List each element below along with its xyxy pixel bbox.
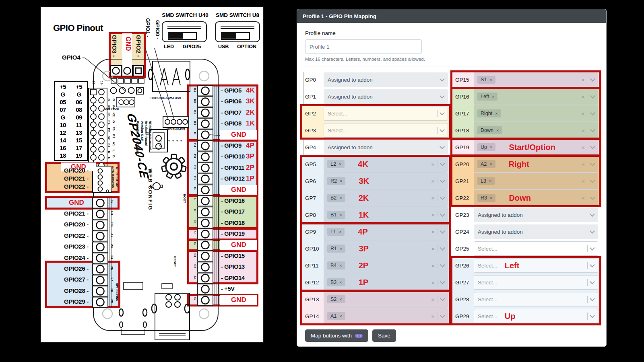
chevron-down-icon[interactable] xyxy=(440,296,445,301)
chevron-down-icon[interactable] xyxy=(440,195,445,200)
pin-select[interactable]: Select...Left xyxy=(474,258,598,273)
chip-remove-icon[interactable]: × xyxy=(339,212,342,217)
chevron-down-icon[interactable] xyxy=(440,212,445,217)
pin-select[interactable]: A2×Right× xyxy=(474,156,598,173)
chevron-down-icon[interactable] xyxy=(440,313,445,318)
clear-icon[interactable]: × xyxy=(431,178,435,184)
chip-remove-icon[interactable]: × xyxy=(489,77,492,82)
pin-select[interactable]: B1×1K× xyxy=(324,206,448,223)
clear-icon[interactable]: × xyxy=(431,212,435,218)
pin-select[interactable]: B2×2K× xyxy=(324,189,448,206)
clear-icon[interactable]: × xyxy=(581,128,585,134)
chevron-down-icon[interactable] xyxy=(590,76,595,82)
clear-icon[interactable]: × xyxy=(431,195,435,201)
chip-remove-icon[interactable]: × xyxy=(340,179,342,183)
clear-icon[interactable]: × xyxy=(431,280,435,286)
pin-select[interactable]: S1×× xyxy=(474,71,598,88)
chip-remove-icon[interactable]: × xyxy=(339,314,342,319)
pin-select[interactable]: Assigned to addon xyxy=(324,72,448,87)
chevron-down-icon[interactable] xyxy=(440,161,445,166)
pin-select[interactable]: Select...Up xyxy=(474,309,598,323)
pin-select[interactable]: Select... xyxy=(324,123,448,138)
map-buttons-with-button[interactable]: Map buttons with xyxy=(305,329,368,342)
pin-select[interactable]: Up×Start/Option× xyxy=(474,139,598,156)
clear-icon[interactable]: × xyxy=(581,161,585,167)
clear-icon[interactable]: × xyxy=(431,313,435,319)
chip-remove-icon[interactable]: × xyxy=(340,246,342,251)
chip-remove-icon[interactable]: × xyxy=(490,145,492,150)
pin-select[interactable]: Assigned to addon xyxy=(474,208,598,222)
chevron-down-icon[interactable] xyxy=(440,110,445,115)
pin-select[interactable]: B3×1P× xyxy=(324,274,448,291)
chip-remove-icon[interactable]: × xyxy=(489,162,492,167)
pin-select[interactable]: R2×3K× xyxy=(324,173,448,189)
chevron-down-icon[interactable] xyxy=(440,144,445,149)
chevron-down-icon[interactable] xyxy=(590,127,595,132)
chevron-down-icon[interactable] xyxy=(590,279,595,284)
pin-select[interactable]: R3×Down× xyxy=(474,189,598,206)
chip-remove-icon[interactable]: × xyxy=(339,162,341,167)
clear-icon[interactable]: × xyxy=(581,144,585,150)
chevron-down-icon[interactable] xyxy=(590,228,595,234)
chip-remove-icon[interactable]: × xyxy=(492,94,494,99)
pin-select[interactable]: Select... xyxy=(474,275,598,290)
chip-remove-icon[interactable]: × xyxy=(339,263,342,268)
chevron-down-icon[interactable] xyxy=(590,144,595,149)
pin-select[interactable]: Assigned to addon xyxy=(324,89,448,104)
chevron-down-icon[interactable] xyxy=(590,245,595,251)
clear-icon[interactable]: × xyxy=(581,111,585,117)
chip-remove-icon[interactable]: × xyxy=(496,128,499,133)
pin-select[interactable]: L3×× xyxy=(474,173,598,189)
clear-icon[interactable]: × xyxy=(431,229,435,235)
chevron-down-icon[interactable] xyxy=(590,93,595,99)
pin-select[interactable]: L2×4K× xyxy=(324,156,448,173)
chevron-down-icon[interactable] xyxy=(440,262,445,267)
chip-remove-icon[interactable]: × xyxy=(339,280,342,285)
pin-legend-cell: +5 xyxy=(55,84,71,90)
profile-name-input[interactable] xyxy=(305,39,422,54)
chevron-down-icon[interactable] xyxy=(440,279,445,284)
clear-icon[interactable]: × xyxy=(581,195,585,201)
clear-icon[interactable]: × xyxy=(581,178,585,184)
chip-remove-icon[interactable]: × xyxy=(495,111,497,116)
chevron-down-icon[interactable] xyxy=(440,178,445,183)
chip-remove-icon[interactable]: × xyxy=(339,195,342,200)
save-button[interactable]: Save xyxy=(372,329,396,342)
pin-select[interactable]: Assigned to addon xyxy=(324,140,448,154)
chevron-down-icon[interactable] xyxy=(590,296,595,301)
pin-select[interactable]: Assigned to addon xyxy=(474,224,598,239)
clear-icon[interactable]: × xyxy=(431,263,435,269)
chevron-down-icon[interactable] xyxy=(590,313,595,318)
chevron-down-icon[interactable] xyxy=(440,127,445,132)
pin-select[interactable]: Select... xyxy=(474,241,598,256)
chip-remove-icon[interactable]: × xyxy=(489,179,491,183)
pin-select[interactable]: Select... xyxy=(474,292,598,306)
pin-select[interactable]: L1×4P× xyxy=(324,223,448,240)
clear-icon[interactable]: × xyxy=(431,296,435,302)
clear-icon[interactable]: × xyxy=(581,77,585,83)
clear-icon[interactable]: × xyxy=(581,94,585,100)
chevron-down-icon[interactable] xyxy=(590,178,595,183)
chip-remove-icon[interactable]: × xyxy=(490,195,492,200)
chevron-down-icon[interactable] xyxy=(590,161,595,166)
chevron-down-icon[interactable] xyxy=(440,93,445,99)
pin-select[interactable]: Select... xyxy=(324,106,448,121)
pin-select[interactable]: S2×× xyxy=(324,291,448,308)
chip-remove-icon[interactable]: × xyxy=(339,297,342,302)
clear-icon[interactable]: × xyxy=(431,161,435,167)
pin-select[interactable]: Left×× xyxy=(474,88,598,105)
pin-select[interactable]: B4×2P× xyxy=(324,257,448,274)
chevron-down-icon[interactable] xyxy=(440,228,445,234)
pin-select[interactable]: R1×3P× xyxy=(324,240,448,257)
pin-select[interactable]: Down×× xyxy=(474,122,598,139)
chevron-down-icon[interactable] xyxy=(590,262,595,267)
pin-select[interactable]: Right×× xyxy=(474,105,598,122)
chevron-down-icon[interactable] xyxy=(440,245,445,251)
clear-icon[interactable]: × xyxy=(431,246,435,252)
chevron-down-icon[interactable] xyxy=(590,110,595,115)
chevron-down-icon[interactable] xyxy=(590,212,595,217)
chevron-down-icon[interactable] xyxy=(590,195,595,200)
chip-remove-icon[interactable]: × xyxy=(339,229,341,234)
pin-select[interactable]: A1×× xyxy=(324,308,448,325)
chevron-down-icon[interactable] xyxy=(440,76,445,82)
